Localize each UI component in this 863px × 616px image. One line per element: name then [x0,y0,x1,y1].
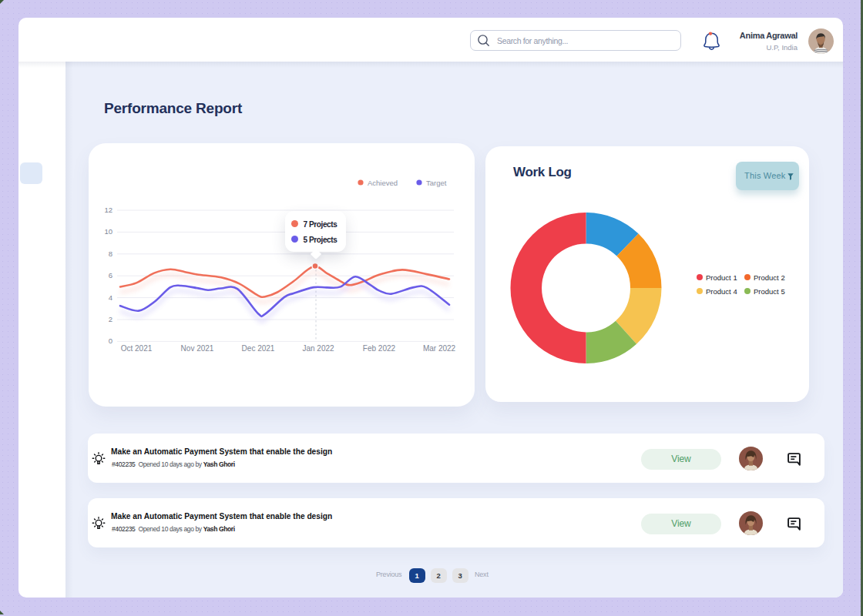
svg-text:12: 12 [104,206,112,214]
svg-text:Dec 2021: Dec 2021 [242,344,275,353]
svg-text:8: 8 [109,249,112,258]
svg-text:Achieved: Achieved [368,179,398,187]
svg-text:Product 2: Product 2 [754,273,785,282]
svg-text:2: 2 [109,315,112,323]
svg-text:Mar 2022: Mar 2022 [423,344,456,353]
svg-text:Target: Target [426,179,447,187]
svg-text:0: 0 [109,336,112,345]
svg-text:10: 10 [104,227,112,236]
svg-text:6: 6 [109,271,112,280]
svg-text:Nov 2021: Nov 2021 [181,344,214,353]
svg-text:4: 4 [109,293,112,302]
svg-text:Feb 2022: Feb 2022 [363,344,396,353]
svg-text:Product 5: Product 5 [754,287,785,296]
svg-text:Product 4: Product 4 [706,287,737,296]
svg-text:Oct 2021: Oct 2021 [121,344,153,353]
svg-text:Product 1: Product 1 [706,273,737,282]
svg-text:Jan 2022: Jan 2022 [302,344,334,353]
